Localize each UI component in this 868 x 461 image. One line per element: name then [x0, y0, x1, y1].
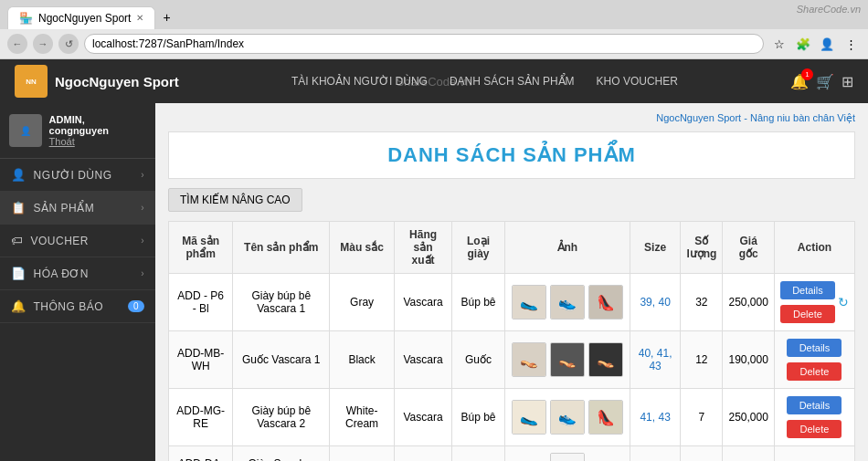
sidebar-voucher-label: VOUCHER — [31, 235, 90, 247]
products-icon: 📋 — [11, 201, 26, 215]
delete-button[interactable]: Delete — [787, 362, 842, 381]
profile-icon[interactable]: 👤 — [817, 34, 837, 54]
sidebar-item-invoices[interactable]: 📄 HÓA ĐƠN › — [0, 257, 155, 290]
sidebar-item-users[interactable]: 👤 NGƯỜI DÙNG › — [0, 159, 155, 192]
notification-btn[interactable]: 🔔 1 — [790, 73, 809, 90]
refresh-icon[interactable]: ↻ — [838, 295, 849, 309]
logout-link[interactable]: Thoát — [49, 136, 146, 147]
products-chevron: › — [141, 203, 144, 213]
extension-icon[interactable]: 🧩 — [793, 34, 813, 54]
menu-icon[interactable]: ⋮ — [841, 34, 861, 54]
product-type: Búp bê — [452, 274, 505, 331]
product-img-2: 👟 — [550, 285, 585, 320]
delete-button[interactable]: Delete — [780, 305, 835, 323]
col-action: Action — [774, 222, 854, 274]
product-price: 190,000 — [723, 331, 775, 389]
sidebar-item-products-left: 📋 SẢN PHẨM — [11, 201, 94, 215]
cart-btn[interactable]: 🛒 — [816, 73, 834, 90]
details-button[interactable]: Details — [787, 396, 842, 414]
nav-icons: 🔔 1 🛒 ⊞ — [790, 73, 853, 90]
sidebar-invoices-label: HÓA ĐƠN — [34, 267, 90, 280]
user-info: ADMIN, congnguyen Thoát — [49, 114, 146, 147]
details-button[interactable]: Details — [787, 339, 842, 357]
back-btn[interactable]: ← — [7, 34, 27, 54]
product-images: 👟 — [504, 446, 630, 462]
product-action: Details Delete ↻ — [774, 274, 854, 331]
action-row: Details Delete ↻ — [780, 279, 849, 325]
product-type: Guốc — [452, 331, 505, 389]
sidebar-users-label: NGƯỜI DÙNG — [34, 169, 112, 182]
col-qty: Sốlượng — [681, 222, 723, 274]
action-buttons: Details Delete — [780, 279, 835, 325]
app-container: NN NgocNguyen Sport ShareCode.vn TÀI KHO… — [0, 59, 868, 461]
product-color: Black — [330, 331, 395, 389]
forward-btn[interactable]: → — [33, 34, 53, 54]
col-image: Ảnh — [504, 222, 630, 274]
product-name: Giày búp bê Vascara 1 — [233, 274, 330, 331]
sidebar-item-products[interactable]: 📋 SẢN PHẨM › — [0, 192, 155, 225]
product-sizes: 39, 40 — [630, 274, 681, 331]
product-name: Giày búp bê Vascara 2 — [233, 389, 330, 446]
sidebar-notifications-label: THÔNG BÁO — [34, 300, 104, 313]
size-link[interactable]: 41, 43 — [640, 411, 670, 424]
users-icon: 👤 — [11, 168, 26, 182]
product-img-2: 👡 — [550, 342, 585, 377]
product-brand: Vascara — [394, 274, 451, 331]
table-row: ADD-DA-WH Giày Sneaker Vascara White Vas… — [169, 446, 855, 462]
nav-products[interactable]: DANH SÁCH SẢN PHẨM — [450, 75, 575, 88]
bookmark-icon[interactable]: ☆ — [769, 34, 789, 54]
sidebar-item-notifications-left: 🔔 THÔNG BÁO — [11, 299, 103, 313]
sidebar-item-invoices-left: 📄 HÓA ĐƠN — [11, 267, 89, 280]
size-link[interactable]: 39, 40 — [640, 296, 670, 309]
refresh-btn[interactable]: ↺ — [58, 34, 79, 54]
size-link[interactable]: 40, 41, 43 — [639, 347, 672, 372]
col-price: Giá gốc — [723, 222, 775, 274]
product-code: ADD-MG-RE — [169, 389, 233, 446]
invoices-icon: 📄 — [11, 267, 26, 280]
nav-voucher[interactable]: KHO VOUCHER — [597, 75, 678, 88]
users-chevron: › — [141, 170, 144, 180]
invoices-chevron: › — [141, 268, 144, 278]
active-tab[interactable]: 🏪 NgocNguyen Sport ✕ — [7, 6, 155, 29]
voucher-icon: 🏷 — [11, 234, 24, 247]
sidebar-item-voucher[interactable]: 🏷 VOUCHER › — [0, 225, 155, 257]
voucher-chevron: › — [141, 236, 144, 246]
sidebar-item-notifications[interactable]: 🔔 THÔNG BÁO 0 — [0, 290, 155, 323]
address-bar[interactable] — [84, 34, 764, 54]
product-sizes: 40, 41 — [630, 446, 681, 462]
nav-accounts[interactable]: TÀI KHOẢN NGƯỜI DÙNG — [291, 75, 428, 88]
product-price: 250,000 — [723, 389, 775, 446]
product-brand: Vascara — [394, 389, 451, 446]
tab-favicon: 🏪 — [19, 12, 33, 25]
product-price: 240,000 — [723, 446, 775, 462]
grid-btn[interactable]: ⊞ — [842, 73, 853, 90]
col-name: Tên sản phẩm — [233, 222, 330, 274]
product-action: Details — [774, 446, 854, 462]
tab-title: NgocNguyen Sport — [38, 12, 131, 25]
table-row: ADD-MG-RE Giày búp bê Vascara 2 White-Cr… — [169, 389, 855, 446]
browser-tabs: 🏪 NgocNguyen Sport ✕ + — [0, 0, 868, 29]
product-action: Details Delete — [774, 331, 854, 389]
delete-button[interactable]: Delete — [787, 420, 842, 438]
product-color: Gray — [330, 274, 395, 331]
nav-links: TÀI KHOẢN NGƯỜI DÙNG DANH SÁCH SẢN PHẨM … — [291, 75, 678, 88]
tab-close-btn[interactable]: ✕ — [136, 13, 143, 23]
search-advanced-btn[interactable]: TÌM KIẾM NÂNG CAO — [168, 188, 302, 212]
sharecode-logo-browser: ShareCode.vn — [797, 4, 861, 15]
product-img-3: 👠 — [588, 400, 623, 435]
brand-logo: NN — [15, 65, 48, 98]
main-layout: 👤 ADMIN, congnguyen Thoát 👤 NGƯỜI DÙNG › — [0, 103, 868, 461]
sidebar-item-users-left: 👤 NGƯỜI DÙNG — [11, 168, 112, 182]
product-img-1: 👡 — [512, 342, 546, 377]
browser-toolbar: ← → ↺ ☆ 🧩 👤 ⋮ — [0, 29, 868, 58]
sidebar-products-label: SẢN PHẨM — [34, 202, 95, 215]
breadcrumb: NgocNguyen Sport - Nâng niu bàn chân Việ… — [168, 112, 855, 124]
sidebar-user: 👤 ADMIN, congnguyen Thoát — [0, 103, 155, 159]
details-button[interactable]: Details — [780, 281, 835, 299]
product-code: ADD-MB-WH — [169, 331, 233, 389]
product-type: Sneaker — [452, 446, 505, 462]
table-row: ADD - P6 - Bl Giày búp bê Vascara 1 Gray… — [169, 274, 855, 331]
notification-badge: 1 — [801, 68, 813, 80]
product-img-1: 🥿 — [512, 285, 546, 320]
new-tab-btn[interactable]: + — [155, 5, 177, 29]
